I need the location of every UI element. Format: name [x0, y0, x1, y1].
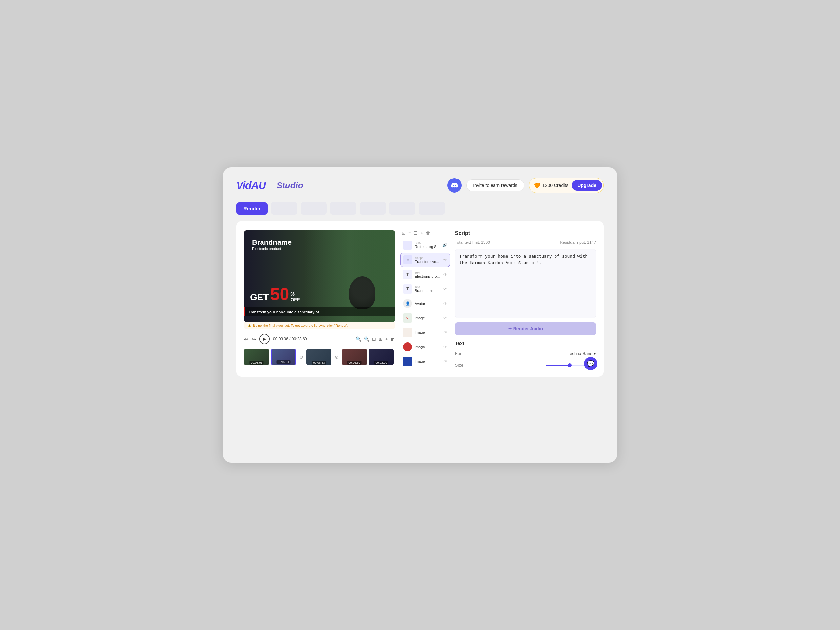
render-audio-button[interactable]: ✦ Render Audio [455, 322, 596, 335]
layer-text-2[interactable]: T Text Brandname 👁 [400, 282, 450, 296]
thumbnail-4[interactable]: 00:06.50 [342, 349, 367, 365]
layer-bgm-type: BGM [415, 242, 440, 245]
thumb-split-1[interactable]: ⊘ [298, 349, 305, 365]
layer-img3-eye[interactable]: 👁 [443, 344, 447, 349]
render-tab[interactable]: Render [236, 202, 268, 215]
layer-bgm-info: BGM Refre shing S... [415, 242, 440, 249]
layer-avatar-eye[interactable]: 👁 [443, 301, 447, 306]
toolbar-tabs: Render [236, 202, 604, 215]
brand-name-text: Brandname [252, 238, 292, 247]
video-text-overlay: Brandname Electronic product [252, 238, 292, 251]
total-limit-label: Total text limit: 1500 [455, 240, 490, 245]
layer-img1-eye[interactable]: 👁 [443, 316, 447, 320]
thumb-split-2[interactable]: ⊘ [333, 349, 340, 365]
size-slider[interactable] [546, 365, 585, 366]
layer-text2-type: Text [415, 286, 441, 289]
script-header: Script [455, 231, 596, 236]
subtitle-bar: Transform your home into a sanctuary of [244, 307, 395, 316]
app-shell: VidAU Studio Invite to earn rewards 🧡 12… [223, 167, 617, 463]
header: VidAU Studio Invite to earn rewards 🧡 12… [236, 178, 604, 193]
layer-script-info: Script Transform yo... [415, 256, 441, 264]
delete-button[interactable]: 🗑 [390, 336, 395, 341]
layer-bgm[interactable]: ♪ BGM Refre shing S... 🔊 [400, 238, 450, 252]
zoom-in-button[interactable]: 🔍 [364, 336, 369, 341]
header-right: Invite to earn rewards 🧡 1200 Credits Up… [447, 178, 604, 193]
layer-copy-btn[interactable]: ⊡ [402, 231, 406, 235]
layer-img2-eye[interactable]: 👁 [443, 330, 447, 335]
tab-2[interactable] [300, 202, 327, 215]
percent-sign: % [291, 291, 300, 297]
add-button[interactable]: + [385, 336, 388, 341]
tab-4[interactable] [360, 202, 386, 215]
discord-button[interactable] [447, 178, 462, 193]
layer-script[interactable]: ≡ Script Transform yo... 👁 [400, 253, 450, 267]
layer-align-btn[interactable]: ≡ [408, 231, 411, 235]
script-limits: Total text limit: 1500 Residual input: 1… [455, 240, 596, 245]
layer-text2-info: Text Brandname [415, 286, 441, 293]
chat-button[interactable]: 💬 [584, 357, 597, 370]
redo-button[interactable]: ↪ [252, 336, 256, 342]
thumbnail-5[interactable]: 00:02.00 [369, 349, 394, 365]
off-text: OFF [291, 297, 300, 303]
layer-delete-btn[interactable]: 🗑 [426, 231, 430, 235]
editor-body: Brandname Electronic product GET 50 % OF… [244, 231, 596, 369]
tab-6[interactable] [419, 202, 445, 215]
thumb-time-2: 00:05.51 [276, 360, 291, 364]
playback-controls: ↩ ↪ ▶ 00:03.06 / 00:23.60 🔍 🔍 ⊡ ⊞ + [244, 332, 395, 346]
font-row: Font Techna Sans ▾ [455, 350, 596, 357]
thumbnail-3[interactable]: 00:06.53 [306, 349, 332, 365]
layers-panel: ⊡ ≡ ☰ + 🗑 ♪ BGM Refre shing S... 🔊 [400, 231, 450, 369]
credits-text: 🧡 1200 Credits [534, 182, 568, 189]
layer-image-3[interactable]: Image 👁 [400, 340, 450, 354]
tab-3[interactable] [330, 202, 356, 215]
size-slider-fill [546, 365, 570, 366]
upgrade-button[interactable]: Upgrade [572, 180, 602, 191]
layer-bgm-name: Refre shing S... [415, 245, 440, 249]
warning-text: It's not the final video yet. To get acc… [253, 324, 349, 327]
size-slider-thumb[interactable] [568, 363, 572, 367]
layer-text1-eye[interactable]: 👁 [443, 272, 447, 277]
warning-icon: ⚠️ [248, 324, 251, 327]
font-dropdown-icon: ▾ [594, 351, 596, 356]
zoom-out-button[interactable]: 🔍 [356, 336, 361, 341]
layer-avatar[interactable]: 👤 Avatar 👁 [400, 297, 450, 310]
tab-5[interactable] [389, 202, 415, 215]
trim-button[interactable]: ⊞ [379, 336, 382, 341]
invite-button[interactable]: Invite to earn rewards [466, 180, 524, 191]
layer-bgm-eye[interactable]: 🔊 [442, 243, 447, 248]
discount-text: GET 50 % OFF [250, 286, 300, 303]
layer-text2-eye[interactable]: 👁 [443, 287, 447, 291]
residual-input-label: Residual input: 1147 [560, 240, 596, 245]
thumbnail-1[interactable]: 00:03.06 [244, 349, 269, 365]
logo-divider [271, 180, 272, 191]
credits-value: 1200 Credits [542, 183, 568, 188]
timeline-controls: 🔍 🔍 ⊡ ⊞ + 🗑 [356, 336, 395, 341]
layer-image-2[interactable]: Image 👁 [400, 325, 450, 339]
split-button[interactable]: ⊡ [372, 336, 376, 341]
heart-icon: 🧡 [534, 182, 540, 189]
product-image [349, 276, 375, 309]
thumbnail-2[interactable]: 00:05.51 [271, 349, 296, 365]
layer-script-thumb: ≡ [403, 255, 412, 264]
total-time: 00:23.60 [292, 337, 307, 341]
layer-order-btn[interactable]: ☰ [414, 231, 418, 235]
layer-image-4[interactable]: Image 👁 [400, 354, 450, 368]
size-row: Size 35 [455, 361, 596, 369]
font-label: Font [455, 351, 464, 356]
layer-avatar-info: Avatar [415, 302, 441, 305]
layer-avatar-thumb: 👤 [403, 299, 412, 308]
script-textarea[interactable]: Transform your home into a sanctuary of … [455, 249, 596, 318]
play-button[interactable]: ▶ [259, 334, 270, 344]
tab-1[interactable] [271, 202, 297, 215]
layer-img1-info: Image [415, 316, 441, 320]
layer-add-btn[interactable]: + [420, 231, 423, 235]
layer-script-eye[interactable]: 👁 [443, 257, 447, 262]
layer-text1-name: Electronic pro... [415, 274, 441, 278]
undo-button[interactable]: ↩ [244, 336, 248, 342]
script-panel: Script Total text limit: 1500 Residual i… [455, 231, 596, 369]
layer-image-1[interactable]: 50 Image 👁 [400, 311, 450, 325]
layer-img4-eye[interactable]: 👁 [443, 359, 447, 363]
logo-area: VidAU Studio [236, 180, 303, 192]
warning-bar: ⚠️ It's not the final video yet. To get … [244, 322, 395, 329]
layer-text-1[interactable]: T Text Electronic pro... 👁 [400, 268, 450, 281]
